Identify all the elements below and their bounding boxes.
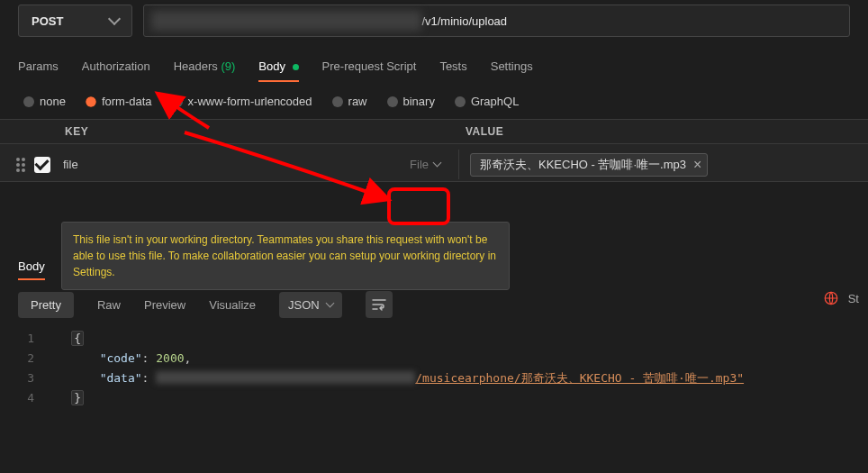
radio-selected-icon: [86, 96, 96, 107]
view-pretty[interactable]: Pretty: [18, 292, 74, 318]
table-row: file File 那奇沃夫、KKECHO - 苦咖啡·唯一.mp3 ×: [0, 144, 868, 182]
key-cell: file File: [63, 150, 459, 179]
tab-settings[interactable]: Settings: [491, 59, 533, 82]
tab-tests[interactable]: Tests: [439, 59, 466, 82]
format-dropdown[interactable]: JSON: [279, 292, 342, 318]
chevron-down-icon: [325, 298, 334, 307]
url-visible-part: /v1/minio/upload: [421, 14, 507, 28]
status-bar-right: St: [823, 290, 859, 306]
request-tabs: Params Authorization Headers (9) Body Pr…: [0, 43, 868, 82]
brace-close: }: [71, 390, 84, 405]
view-visualize[interactable]: Visualize: [209, 298, 256, 312]
body-type-xwww[interactable]: x-www-form-urlencoded: [172, 95, 312, 108]
format-label: JSON: [288, 298, 320, 312]
json-key: "code": [100, 351, 142, 365]
tab-body[interactable]: Body: [258, 59, 298, 82]
drag-handle-icon[interactable]: [16, 158, 27, 172]
body-type-radios: none form-data x-www-form-urlencoded raw…: [0, 82, 868, 119]
tab-authorization[interactable]: Authorization: [82, 59, 150, 82]
chevron-down-icon: [433, 159, 442, 168]
body-type-graphql[interactable]: GraphQL: [455, 95, 519, 108]
json-url-value: /musicearphone/那奇沃夫、KKECHO - 苦咖啡·唯一.mp3": [415, 371, 744, 385]
url-hidden-part: [151, 11, 421, 31]
body-type-binary[interactable]: binary: [387, 95, 435, 108]
row-checkbox[interactable]: [34, 157, 50, 173]
tab-headers-count: (9): [221, 59, 235, 73]
tab-params[interactable]: Params: [18, 59, 59, 82]
code-content[interactable]: { "code": 2000, "data": /musicearphone/那…: [43, 329, 744, 408]
radio-icon: [172, 96, 183, 107]
value-type-dropdown[interactable]: File: [402, 156, 448, 173]
brace-open: {: [71, 331, 84, 346]
tab-headers[interactable]: Headers (9): [174, 59, 236, 82]
body-type-none[interactable]: none: [23, 95, 66, 108]
wrap-lines-button[interactable]: [366, 291, 393, 318]
body-type-raw[interactable]: raw: [332, 95, 367, 108]
remove-file-icon[interactable]: ×: [693, 158, 701, 172]
json-number: 2000: [156, 351, 184, 365]
radio-icon: [23, 96, 34, 107]
tab-body-label: Body: [258, 59, 285, 73]
annotation-highlight-box: [387, 187, 450, 225]
key-input[interactable]: file: [63, 158, 402, 171]
chevron-down-icon: [108, 13, 121, 25]
status-text: St: [848, 292, 859, 305]
view-preview[interactable]: Preview: [144, 298, 185, 312]
method-select[interactable]: POST: [18, 5, 132, 37]
wrap-icon: [372, 298, 386, 311]
response-code-area: 1 2 3 4 { "code": 2000, "data": /musicea…: [0, 329, 868, 408]
radio-icon: [332, 96, 343, 107]
working-directory-warning: This file isn't in your working director…: [61, 222, 510, 290]
blurred-value: [156, 371, 415, 384]
url-input[interactable]: /v1/minio/upload: [143, 5, 850, 37]
file-chip[interactable]: 那奇沃夫、KKECHO - 苦咖啡·唯一.mp3 ×: [470, 153, 708, 177]
resp-tab-body[interactable]: Body: [18, 259, 45, 280]
view-raw[interactable]: Raw: [97, 298, 121, 312]
formdata-table-header: KEY VALUE: [0, 119, 868, 144]
method-label: POST: [32, 14, 63, 28]
value-type-label: File: [410, 158, 429, 171]
column-header-key: KEY: [65, 125, 466, 138]
line-gutter: 1 2 3 4: [18, 329, 43, 408]
globe-icon: [823, 290, 839, 306]
tab-headers-label: Headers: [174, 59, 218, 73]
file-name: 那奇沃夫、KKECHO - 苦咖啡·唯一.mp3: [480, 157, 686, 173]
radio-icon: [387, 96, 398, 107]
tab-prerequest[interactable]: Pre-request Script: [322, 59, 417, 82]
column-header-value: VALUE: [466, 125, 868, 138]
value-cell: 那奇沃夫、KKECHO - 苦咖啡·唯一.mp3 ×: [459, 153, 868, 177]
json-key: "data": [100, 371, 142, 385]
radio-icon: [455, 96, 466, 107]
body-active-dot-icon: [293, 64, 299, 70]
body-type-formdata[interactable]: form-data: [86, 95, 152, 108]
